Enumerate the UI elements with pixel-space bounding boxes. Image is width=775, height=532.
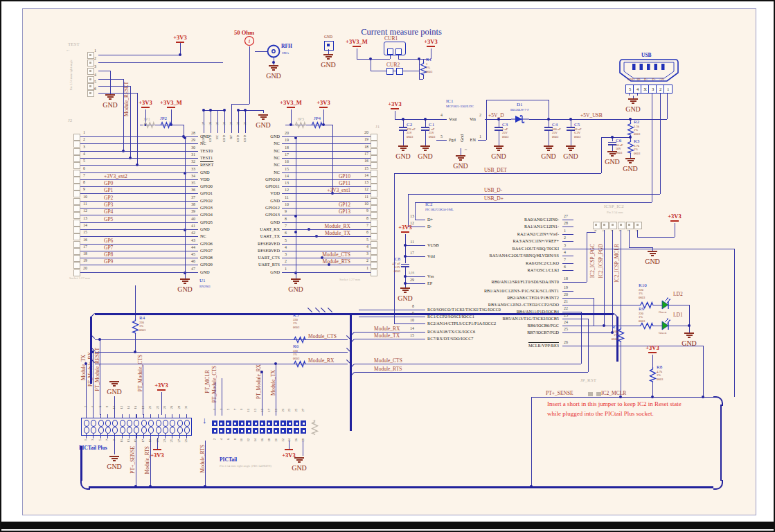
- ic1-pin-name: Pgd: [449, 137, 456, 142]
- led-LD2[interactable]: [659, 299, 673, 310]
- wire: [79, 236, 198, 237]
- connector-j1-pin[interactable]: [371, 262, 377, 269]
- wire: [601, 137, 602, 173]
- pin-number: 5: [98, 439, 102, 441]
- jumper-CUR1-pin: [395, 48, 402, 55]
- usb-pin[interactable]: 1: [663, 85, 672, 94]
- pictail-plus-contact: [120, 420, 125, 427]
- ic2-pin-name: EP: [427, 281, 432, 285]
- net-label: GP9: [104, 258, 152, 265]
- wire: [123, 79, 124, 151]
- connector-j2-pin[interactable]: [73, 205, 80, 212]
- connector-j2-pin[interactable]: [73, 269, 80, 276]
- resistor-R4[interactable]: [132, 319, 139, 334]
- u1-pin-name: GPIO11: [222, 184, 280, 188]
- jumper-resistor[interactable]: [143, 122, 155, 128]
- connector-j1-pin[interactable]: [371, 233, 377, 240]
- connector-j2-pin[interactable]: [73, 233, 80, 240]
- connector-j1-pin[interactable]: [371, 255, 377, 262]
- pictail-plus-contact: [141, 420, 147, 427]
- resistor-R6[interactable]: [292, 361, 306, 367]
- wire: [289, 441, 289, 449]
- pin-number: 31: [176, 152, 195, 157]
- connector-j2-pin[interactable]: [73, 255, 80, 262]
- resistor-R3[interactable]: [627, 140, 634, 154]
- capacitor-ref: C2: [407, 122, 412, 127]
- connector-j1-pin[interactable]: [371, 227, 377, 233]
- connector-j1-pin[interactable]: [371, 170, 377, 177]
- pin-number: 6: [98, 406, 102, 407]
- current-probe[interactable]: i: [244, 35, 256, 47]
- jumper-CUR2-pin[interactable]: [386, 68, 393, 75]
- jumper-resistor[interactable]: [310, 122, 323, 128]
- pin-number: 10: [112, 406, 116, 409]
- power-label: +3V3_M: [274, 99, 308, 106]
- resistor-R9[interactable]: [639, 323, 654, 329]
- wire: [562, 241, 573, 242]
- resistor-R7[interactable]: [618, 327, 624, 342]
- connector-j2-pin[interactable]: [73, 170, 80, 177]
- connector-j2-pin[interactable]: [73, 134, 80, 141]
- connector-j1-pin[interactable]: [371, 248, 377, 255]
- wire: [86, 434, 87, 438]
- jumper-resistor[interactable]: [159, 122, 172, 128]
- jumper-resistor[interactable]: [312, 420, 318, 435]
- resistor-R8[interactable]: [650, 367, 656, 382]
- connector-j1-pin[interactable]: [371, 220, 377, 227]
- connector-j1-pin[interactable]: [371, 269, 377, 276]
- pin-number: 10: [83, 195, 93, 199]
- jumper-JP-RST-pad[interactable]: [596, 392, 601, 396]
- connector-j1-pin[interactable]: [371, 148, 377, 155]
- test-header-pin-hole: [89, 54, 91, 56]
- led-LD1[interactable]: [659, 320, 673, 331]
- connector-j2-pin[interactable]: [73, 220, 80, 227]
- connector-j1-pin[interactable]: [371, 205, 377, 212]
- connector-j1-pin[interactable]: [371, 184, 377, 190]
- wire: [158, 414, 159, 418]
- pictail-plus-contact: [127, 427, 132, 434]
- bus-wire: [80, 446, 82, 481]
- wire: [359, 310, 425, 310]
- u1-pin-name: UART_CTS: [222, 255, 280, 260]
- connector-j1-pin[interactable]: [371, 190, 377, 197]
- connector-j1-pin[interactable]: [371, 212, 377, 219]
- connector-j1-pin[interactable]: [371, 241, 377, 248]
- wire: [179, 434, 180, 438]
- connector-j1-pin[interactable]: [371, 134, 377, 141]
- resistor-value: 0603: [293, 357, 299, 360]
- pin-number: 27: [301, 409, 305, 412]
- sma-connector[interactable]: [267, 44, 281, 59]
- jumper-JP-RST-pad[interactable]: [588, 392, 593, 396]
- connector-j1-pin[interactable]: [371, 198, 377, 205]
- junction-dot: [223, 109, 226, 112]
- connector-j2-pin[interactable]: [73, 227, 80, 233]
- connector-j2-pin[interactable]: [73, 141, 80, 148]
- connector-j1-pin[interactable]: [371, 162, 377, 169]
- connector-j2-pin[interactable]: [73, 262, 80, 269]
- pictail-plus-contact: [148, 427, 154, 434]
- wire: [95, 339, 348, 340]
- connector-j2-pin[interactable]: [73, 190, 80, 197]
- junction-dot: [149, 485, 152, 488]
- connector-j1-pin[interactable]: [371, 155, 377, 162]
- led-color: Green: [659, 310, 666, 314]
- jumper-resistor[interactable]: [294, 122, 306, 128]
- connector-j2-pin[interactable]: [73, 155, 80, 162]
- connector-j2-pin[interactable]: [73, 177, 80, 184]
- connector-j2-pin[interactable]: [73, 212, 80, 219]
- connector-j1-pin[interactable]: [371, 141, 377, 148]
- jumper-CUR2-pin[interactable]: [396, 68, 403, 75]
- connector-j2-pin[interactable]: [73, 148, 80, 155]
- connector-j2-pin[interactable]: [73, 241, 80, 248]
- connector-j2-pin[interactable]: [73, 198, 80, 205]
- resistor-R5[interactable]: [292, 337, 306, 343]
- connector-j2-pin[interactable]: [73, 184, 80, 190]
- connector-j2-pin[interactable]: [73, 248, 80, 255]
- connector-j2-pin[interactable]: [73, 162, 80, 169]
- u1-pin-name: GPIO12: [222, 205, 280, 210]
- connector-j1-pin[interactable]: [371, 177, 377, 184]
- pin-number: 15: [355, 166, 368, 170]
- diode-D1[interactable]: [511, 114, 529, 125]
- pin-number: 9: [285, 209, 297, 213]
- resistor-R2[interactable]: [627, 122, 634, 136]
